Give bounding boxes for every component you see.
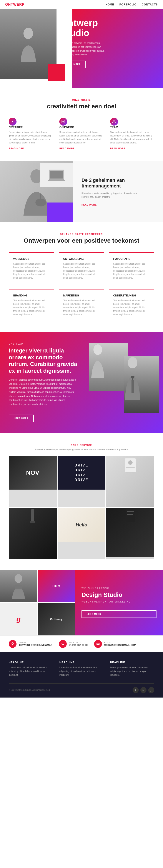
contact-phone: TELEFOON +1 234 567 89 00 <box>59 640 88 648</box>
feature-marketing: MARKETING Suspendisse volutpat ante ut e… <box>59 289 104 321</box>
team-photo-man <box>124 356 159 413</box>
feature-title-3: FOTOGRAFIE <box>113 257 150 260</box>
hero-cta-button[interactable]: LEES MEER <box>61 61 86 68</box>
feature-title-4: BRANDING <box>13 294 50 297</box>
creative-cta-button[interactable]: LEES MEER <box>81 610 157 618</box>
contact-address: ADRES 132 WEST STREET, NEWMAN <box>9 640 52 648</box>
ontwerp-icon <box>59 118 67 126</box>
footer-title-2: HEADLINE <box>59 661 104 664</box>
contact-email: E-MAIL WEBMASTER@GMAIL.COM <box>94 640 136 648</box>
svg-rect-9 <box>48 180 65 181</box>
social-facebook[interactable]: f <box>132 687 139 693</box>
service-image-dark <box>9 508 57 559</box>
service-image-hello: Hello <box>57 508 106 541</box>
feature-title-5: MARKETING <box>63 294 100 297</box>
footer-text-3: Lorem ipsum dolor sit amet consectetur a… <box>110 666 154 677</box>
feature-text-5: Suspendisse volutpat ante ut est. Lorem … <box>63 299 100 316</box>
mission-col-2-link[interactable]: READ MORE <box>59 147 75 150</box>
creative-photo-4: Ordinary <box>38 603 75 636</box>
svg-point-4 <box>114 121 115 122</box>
features-title: Ontwerpen voor een positieve toekomst <box>9 237 154 244</box>
services-section: Onze service Phasellus scelerisque sed l… <box>0 433 163 570</box>
split-section: De 2 geheimen van timemanagement Phasell… <box>0 161 163 222</box>
nav-home[interactable]: HOME <box>106 3 114 6</box>
mission-col-2-text: Suspendisse volutpat ante ut est. Lorem … <box>59 130 104 145</box>
features-label: BELANGRIJKSTE KENMERKEN <box>9 233 154 236</box>
footer-text-2: Lorem ipsum dolor sit amet consectetur a… <box>59 666 104 677</box>
service-tile-notebook <box>106 508 154 559</box>
social-links: f in g+ <box>132 687 154 693</box>
service-image-id <box>106 456 154 507</box>
contact-address-text: ADRES 132 WEST STREET, NEWMAN <box>19 642 52 646</box>
phone-icon <box>59 640 67 648</box>
feature-accent-6 <box>109 289 154 289</box>
contact-bar: ADRES 132 WEST STREET, NEWMAN TELEFOON +… <box>0 636 163 652</box>
team-title: Integer viverra ligula ornare ex commodo… <box>9 347 78 374</box>
svg-rect-21 <box>126 509 135 522</box>
svg-rect-7 <box>40 194 41 204</box>
feature-accent-5 <box>59 289 104 289</box>
team-content: Ons team Integer viverra ligula ornare e… <box>9 343 78 422</box>
mission-col-1-link[interactable]: READ MORE <box>9 147 24 150</box>
social-google[interactable]: g+ <box>148 687 154 693</box>
mission-col-3-text: Suspendisse volutpat ante ut est. Lorem … <box>110 130 154 145</box>
svg-rect-22 <box>127 511 134 512</box>
mission-col-2: ONTWERP Suspendisse volutpat ante ut est… <box>59 118 104 150</box>
split-right: De 2 geheimen van timemanagement Phasell… <box>73 161 163 222</box>
contact-email-text: E-MAIL WEBMASTER@GMAIL.COM <box>104 642 136 646</box>
team-label: Ons team <box>9 343 78 345</box>
footer-col-1: HEADLINE Lorem ipsum dolor sit amet cons… <box>9 661 53 677</box>
service-tile-drive: DRIVEDRIVEDRIVEDRIVE <box>57 456 106 507</box>
svg-point-0 <box>24 28 33 39</box>
service-image-notebook <box>106 508 154 557</box>
service-tile-hello: Hello <box>57 508 106 559</box>
feature-title-2: ONTWIKKELING <box>63 257 100 260</box>
svg-point-1 <box>12 121 13 122</box>
mission-title: creativiteit met een doel <box>9 103 154 110</box>
footer-bottom: © 2024 Ontwerp Studio. All rights reserv… <box>9 683 154 693</box>
svg-point-11 <box>93 344 102 355</box>
creative-section: HUG g Ordinary Wij zijn Creative Design … <box>0 570 163 636</box>
creative-content: Wij zijn Creative Design Studio WEBONTWE… <box>75 570 163 636</box>
mission-col-1-text: Suspendisse volutpat ante ut est. Lorem … <box>9 130 53 145</box>
feature-text-2: Suspendisse volutpat ante ut est. Lorem … <box>63 262 100 280</box>
services-label: Onze service <box>9 444 154 446</box>
feature-branding: BRANDING Suspendisse volutpat ante ut es… <box>9 289 54 321</box>
hero-description: Wij zijn een ontwerp- en merkbureau gesp… <box>61 41 109 57</box>
service-image-nov: NOV <box>9 456 57 490</box>
mission-col-3: TEAM Suspendisse volutpat ante ut est. L… <box>110 118 154 150</box>
creative-photo-3: g <box>0 603 37 636</box>
feature-webdesign: WEBDESIGN Suspendisse volutpat ante ut e… <box>9 252 54 284</box>
svg-point-12 <box>128 357 137 368</box>
mission-section: ONZE MISSIE creativiteit met een doel CR… <box>0 88 163 161</box>
mission-col-1-title: CREATIEF <box>9 126 53 129</box>
service-tile-dark <box>9 508 57 559</box>
nav-links: HOME PORTFOLIO CONTACTS <box>106 3 158 6</box>
feature-accent-2 <box>59 252 104 253</box>
split-overlay-rect <box>47 203 73 222</box>
mission-col-3-link[interactable]: READ MORE <box>110 147 125 150</box>
feature-title-1: WEBDESIGN <box>13 257 50 260</box>
social-linkedin[interactable]: in <box>140 687 147 693</box>
nav-contacts[interactable]: CONTACTS <box>142 3 158 6</box>
feature-ondersteuning: ONDERSTEUNING Suspendisse volutpat ante … <box>109 289 154 321</box>
team-photo-woman <box>89 343 128 391</box>
svg-rect-15 <box>125 458 136 472</box>
services-grid: NOV DRIVEDRIVEDRIVEDRIVE <box>9 456 154 559</box>
svg-point-16 <box>128 460 132 465</box>
creative-title: Design Studio <box>81 591 157 598</box>
split-laptop-image <box>40 163 73 187</box>
feature-fotografie: FOTOGRAFIE Suspendisse volutpat ante ut … <box>109 252 154 284</box>
creative-photo-grid: HUG g Ordinary <box>0 570 75 636</box>
split-left <box>0 161 73 222</box>
mission-label: ONZE MISSIE <box>9 99 154 101</box>
service-image-drive: DRIVEDRIVEDRIVEDRIVE <box>57 456 106 490</box>
split-link[interactable]: READ MORE <box>81 204 154 206</box>
feature-accent-4 <box>9 289 54 289</box>
team-cta-button[interactable]: LEES MEER <box>9 414 34 422</box>
mission-col-1: CREATIEF Suspendisse volutpat ante ut es… <box>9 118 53 150</box>
nav-logo[interactable]: ONTWERP <box>5 3 25 6</box>
nav-portfolio[interactable]: PORTFOLIO <box>119 3 136 6</box>
svg-rect-10 <box>50 171 63 179</box>
team-text: Donec et tristique tortor tincidunt. At … <box>9 378 78 406</box>
